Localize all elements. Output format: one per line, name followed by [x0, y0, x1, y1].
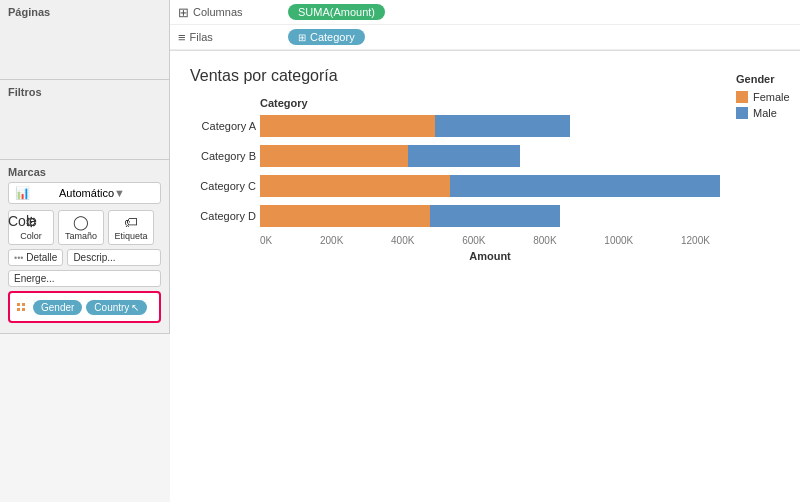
detail-row: ••• Detalle Descrip...: [8, 249, 161, 266]
x-tick-0: 0K: [260, 235, 272, 246]
filas-label-area: ≡ Filas: [178, 30, 288, 45]
table-icon: ⊞: [298, 32, 306, 43]
energe-row: Energe...: [8, 270, 161, 287]
tamaño-label: Tamaño: [65, 231, 97, 241]
bar-male-a: [435, 115, 570, 137]
marcas-section-title: Marcas: [8, 166, 161, 178]
etiqueta-button[interactable]: 🏷 Etiqueta: [108, 210, 154, 245]
legend-item-female: Female: [736, 91, 800, 103]
table-row: Category D: [260, 205, 720, 227]
filas-label: Filas: [190, 31, 213, 43]
bar-female-d: [260, 205, 430, 227]
x-tick-600: 600K: [462, 235, 485, 246]
bar-male-d: [430, 205, 560, 227]
filas-row: ≡ Filas ⊞ Category: [170, 25, 800, 50]
cole-label: Cole: [8, 213, 37, 229]
toolbar: ⊞ Columnas SUMA(Amount) ≡ Filas ⊞ Catego…: [170, 0, 800, 51]
category-axis-label: Category: [260, 97, 720, 109]
color-label: Color: [20, 231, 42, 241]
automatico-label: Automático: [59, 187, 114, 199]
legend: Gender Female Male: [730, 67, 800, 492]
female-label: Female: [753, 91, 790, 103]
chart-main: Ventas por categoría Category Category A: [190, 67, 720, 492]
suma-amount-pill[interactable]: SUMA(Amount): [288, 4, 385, 20]
male-label: Male: [753, 107, 777, 119]
x-tick-1000: 1000K: [604, 235, 633, 246]
etiqueta-icon: 🏷: [124, 214, 138, 230]
bar-female-c: [260, 175, 450, 197]
filas-icon: ≡: [178, 30, 186, 45]
automatico-dropdown[interactable]: 📊 Automático ▼: [8, 182, 161, 204]
x-tick-800: 800K: [533, 235, 556, 246]
chart-title: Ventas por categoría: [190, 67, 720, 85]
table-row: Category A: [260, 115, 720, 137]
legend-title: Gender: [736, 73, 800, 85]
bar-female-b: [260, 145, 408, 167]
category-label: Category: [310, 31, 355, 43]
color-pills-drag-area[interactable]: Gender Country ↖: [8, 291, 161, 323]
dots3-icon: •••: [14, 253, 23, 263]
tamaño-icon: ◯: [73, 214, 89, 230]
bar-female-a: [260, 115, 435, 137]
category-a-label: Category A: [188, 120, 256, 132]
legend-item-male: Male: [736, 107, 800, 119]
tamaño-button[interactable]: ◯ Tamaño: [58, 210, 104, 245]
paginas-section-title: Páginas: [8, 6, 161, 18]
energe-button[interactable]: Energe...: [8, 270, 161, 287]
female-color-swatch: [736, 91, 748, 103]
chart-icon: 📊: [15, 186, 55, 200]
columnas-icon: ⊞: [178, 5, 189, 20]
chart-container: Ventas por categoría Category Category A: [170, 51, 800, 502]
x-tick-200: 200K: [320, 235, 343, 246]
multicolor-icon: [16, 302, 26, 312]
table-row: Category B: [260, 145, 720, 167]
energe-label: Energe...: [14, 273, 55, 284]
category-c-label: Category C: [188, 180, 256, 192]
etiqueta-label: Etiqueta: [114, 231, 147, 241]
chart-area: Category Category A Category B: [190, 97, 720, 262]
descrip-label: Descrip...: [73, 252, 115, 263]
table-row: Category C: [260, 175, 720, 197]
x-axis: 0K 200K 400K 600K 800K 1000K 1200K: [260, 235, 720, 246]
male-color-swatch: [736, 107, 748, 119]
gender-pill-label: Gender: [41, 302, 74, 313]
descrip-button[interactable]: Descrip...: [67, 249, 161, 266]
columnas-label-area: ⊞ Columnas: [178, 5, 288, 20]
columnas-label: Columnas: [193, 6, 243, 18]
bar-male-c: [450, 175, 720, 197]
x-tick-1200: 1200K: [681, 235, 710, 246]
bar-chart: Category A Category B: [260, 115, 720, 227]
dropdown-arrow-icon: ▼: [114, 187, 154, 199]
country-pill[interactable]: Country ↖: [86, 300, 147, 315]
suma-amount-label: SUMA(Amount): [298, 6, 375, 18]
category-b-label: Category B: [188, 150, 256, 162]
detalle-button[interactable]: ••• Detalle: [8, 249, 63, 266]
filtros-section-title: Filtros: [8, 86, 161, 98]
x-tick-400: 400K: [391, 235, 414, 246]
gender-pill[interactable]: Gender: [33, 300, 82, 315]
category-d-label: Category D: [188, 210, 256, 222]
country-pill-label: Country: [94, 302, 129, 313]
cursor-icon: ↖: [131, 302, 139, 313]
category-pill[interactable]: ⊞ Category: [288, 29, 365, 45]
x-axis-label: Amount: [260, 250, 720, 262]
bar-male-b: [408, 145, 520, 167]
columnas-row: ⊞ Columnas SUMA(Amount): [170, 0, 800, 25]
detalle-label: Detalle: [26, 252, 57, 263]
